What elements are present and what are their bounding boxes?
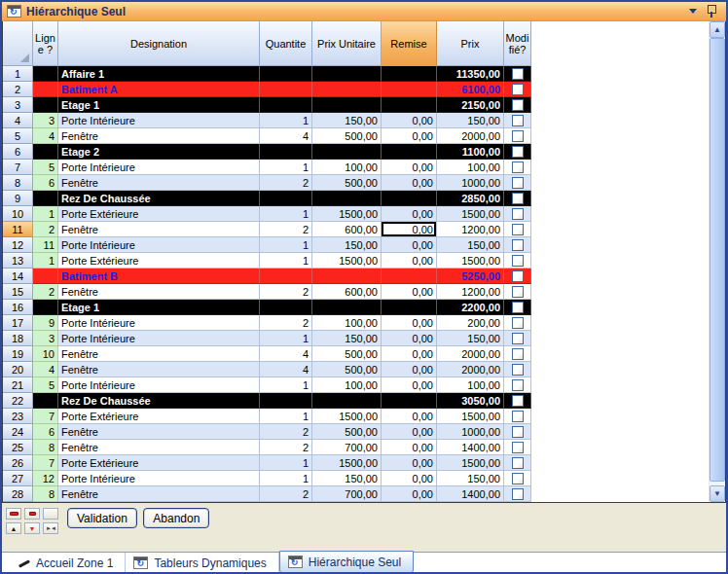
cell-quantite[interactable]: 1 — [260, 331, 312, 346]
cell-quantite[interactable]: 1 — [260, 113, 312, 128]
group-prix-total[interactable]: 11350,00 — [437, 66, 504, 82]
cell-ligne[interactable]: 7 — [33, 409, 58, 424]
empty-box-icon[interactable] — [43, 508, 58, 520]
cell-quantite[interactable]: 1 — [260, 377, 312, 393]
column-header-ligne[interactable]: Ligne ? — [33, 21, 58, 66]
column-header-remise[interactable]: Remise — [382, 21, 437, 66]
cell-remise[interactable]: 0,00 — [382, 284, 437, 300]
tab-tableurs-dynamiques[interactable]: Tableurs Dynamiques — [126, 553, 278, 573]
abandon-button[interactable]: Abandon — [143, 508, 209, 528]
group-prix-total[interactable]: 2200,00 — [437, 300, 504, 315]
tab-hi-rarchique-seul[interactable]: Hiérarchique Seul — [279, 551, 414, 574]
cell-prix-unitaire[interactable]: 600,00 — [312, 222, 382, 237]
cell-designation[interactable]: Porte Extérieure — [58, 409, 260, 424]
row-header[interactable]: 26 — [3, 455, 33, 471]
cell-prix-unitaire[interactable]: 500,00 — [312, 175, 382, 191]
modifie-checkbox[interactable] — [512, 146, 524, 158]
cell-prix[interactable]: 100,00 — [437, 160, 504, 175]
cell-remise[interactable]: 0,00 — [382, 128, 437, 144]
cell-ligne[interactable]: 3 — [33, 113, 58, 128]
group-designation[interactable]: Etage 1 — [58, 300, 260, 315]
row-header[interactable]: 7 — [3, 160, 33, 175]
group-band-cell[interactable] — [260, 66, 312, 82]
group-band-cell[interactable] — [312, 66, 382, 82]
row-header[interactable]: 1 — [3, 66, 33, 82]
cell-ligne[interactable]: 8 — [33, 440, 58, 455]
cell-prix-unitaire[interactable]: 150,00 — [312, 471, 382, 486]
cell-prix-unitaire[interactable]: 1500,00 — [312, 409, 382, 424]
row-header[interactable]: 5 — [3, 128, 33, 144]
cell-quantite[interactable]: 1 — [260, 237, 312, 253]
group-band-cell[interactable] — [33, 300, 58, 315]
cell-designation[interactable]: Fenêtre — [58, 362, 260, 377]
cell-prix-unitaire[interactable]: 500,00 — [312, 424, 382, 440]
cell-prix[interactable]: 2000,00 — [437, 362, 504, 377]
group-band-cell[interactable] — [382, 144, 437, 160]
modifie-checkbox[interactable] — [512, 473, 524, 484]
group-band-cell[interactable] — [312, 144, 382, 160]
cell-remise[interactable]: 0,00 — [382, 113, 437, 128]
row-header[interactable]: 6 — [3, 144, 33, 160]
modifie-checkbox[interactable] — [512, 395, 524, 407]
row-header[interactable]: 25 — [3, 440, 33, 455]
vertical-scrollbar[interactable]: ▲ ▼ — [709, 21, 725, 502]
modifie-checkbox[interactable] — [512, 286, 524, 298]
cell-ligne[interactable]: 5 — [33, 377, 58, 393]
cell-remise[interactable]: 0,00 — [382, 471, 437, 486]
pin-icon[interactable] — [707, 5, 715, 18]
modifie-checkbox[interactable] — [512, 208, 524, 220]
cell-designation[interactable]: Porte Extérieure — [58, 253, 260, 269]
cell-quantite[interactable]: 1 — [260, 253, 312, 269]
scrollbar-track[interactable] — [710, 38, 725, 485]
cell-ligne[interactable]: 12 — [33, 471, 58, 486]
cell-designation[interactable]: Fenêtre — [58, 284, 260, 300]
cell-prix-unitaire[interactable]: 1500,00 — [312, 253, 382, 269]
modifie-checkbox[interactable] — [512, 426, 524, 438]
cell-designation[interactable]: Porte Intérieure — [58, 237, 260, 253]
cell-remise[interactable]: 0,00 — [382, 486, 437, 502]
cell-ligne[interactable]: 3 — [33, 331, 58, 346]
cell-quantite[interactable]: 2 — [260, 175, 312, 191]
cell-remise[interactable]: 0,00 — [382, 455, 437, 471]
modifie-checkbox[interactable] — [512, 364, 524, 376]
down-triangle-icon[interactable]: ▼ — [24, 522, 40, 534]
cell-prix[interactable]: 1500,00 — [437, 455, 504, 471]
row-header[interactable]: 18 — [3, 331, 33, 346]
row-header[interactable]: 13 — [3, 253, 33, 269]
row-header[interactable]: 24 — [3, 424, 33, 440]
group-band-cell[interactable] — [260, 191, 312, 206]
row-header[interactable]: 27 — [3, 471, 33, 486]
cell-designation[interactable]: Fenêtre — [58, 424, 260, 440]
row-header[interactable]: 28 — [3, 486, 33, 502]
row-header[interactable]: 19 — [3, 346, 33, 362]
modifie-checkbox[interactable] — [512, 239, 524, 251]
modifie-checkbox[interactable] — [512, 270, 524, 282]
group-band-cell[interactable] — [312, 269, 382, 284]
group-designation[interactable]: Etage 2 — [58, 144, 260, 160]
red-bar-small-icon[interactable] — [24, 508, 40, 520]
cell-ligne[interactable]: 4 — [33, 362, 58, 377]
cell-designation[interactable]: Fenêtre — [58, 175, 260, 191]
cell-quantite[interactable]: 2 — [260, 315, 312, 331]
cell-quantite[interactable]: 2 — [260, 222, 312, 237]
cell-designation[interactable]: Fenêtre — [58, 222, 260, 237]
row-header[interactable]: 22 — [3, 393, 33, 409]
cell-prix[interactable]: 150,00 — [437, 113, 504, 128]
modifie-checkbox[interactable] — [512, 224, 524, 235]
cell-remise[interactable]: 0,00 — [382, 331, 437, 346]
cell-prix[interactable]: 1500,00 — [437, 409, 504, 424]
column-header-modifie[interactable]: Modifié? — [504, 21, 531, 66]
group-designation[interactable]: Batiment A — [58, 82, 260, 97]
up-triangle-icon[interactable]: ▲ — [6, 522, 21, 534]
cell-prix[interactable]: 2000,00 — [437, 128, 504, 144]
cell-prix-unitaire[interactable]: 150,00 — [312, 237, 382, 253]
cell-remise[interactable]: 0,00 — [382, 424, 437, 440]
cell-ligne[interactable]: 9 — [33, 315, 58, 331]
cell-prix-unitaire[interactable]: 1500,00 — [312, 206, 382, 222]
cell-quantite[interactable]: 1 — [260, 206, 312, 222]
group-designation[interactable]: Etage 1 — [58, 97, 260, 113]
tab-accueil-zone-1[interactable]: Accueil Zone 1 — [10, 553, 126, 573]
column-header-prix[interactable]: Prix — [437, 21, 504, 66]
group-band-cell[interactable] — [382, 269, 437, 284]
cell-prix-unitaire[interactable]: 100,00 — [312, 160, 382, 175]
